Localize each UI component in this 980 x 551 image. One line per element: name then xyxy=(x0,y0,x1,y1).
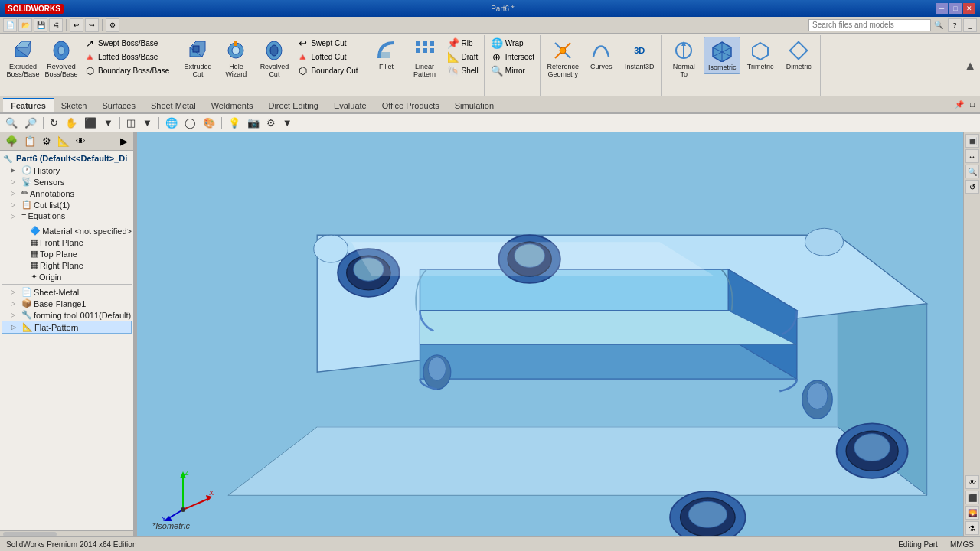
extruded-boss-base-btn[interactable]: ExtrudedBoss/Base xyxy=(5,37,41,80)
right-plane-item[interactable]: ▦ Right Plane xyxy=(2,259,132,271)
minimize-sw-btn[interactable]: _ xyxy=(963,18,977,32)
minimize-btn[interactable]: ─ xyxy=(936,3,948,14)
display-style-btn[interactable]: ⬛ xyxy=(82,116,99,129)
undo-btn[interactable]: ↩ xyxy=(70,18,83,32)
search-input[interactable] xyxy=(808,19,931,31)
swept-boss-base-btn[interactable]: ↗ Swept Boss/Base xyxy=(81,37,172,50)
pan-btn[interactable]: ✋ xyxy=(63,116,80,129)
viewport[interactable]: Z X Y *Isometric xyxy=(137,132,963,536)
sheet-metal-item[interactable]: ▷ 📄 Sheet-Metal xyxy=(2,286,132,298)
extruded-cut-btn[interactable]: ExtrudedCut xyxy=(179,37,216,80)
instant3d-btn[interactable]: 3D Instant3D xyxy=(621,37,658,73)
panel-collapse-btn[interactable]: ▶ xyxy=(118,135,130,148)
section-view-btn[interactable]: ◫ xyxy=(124,116,138,129)
view-settings-gear[interactable]: ⚙ xyxy=(264,116,278,129)
isometric-btn[interactable]: Isometric xyxy=(704,37,740,74)
annotations-item[interactable]: ▷ ✏ Annotations xyxy=(2,187,132,199)
wrap-btn[interactable]: 🌐 Wrap xyxy=(488,37,537,50)
dimetric-btn[interactable]: Dimetric xyxy=(780,37,817,73)
trimetric-btn[interactable]: Trimetric xyxy=(742,37,779,73)
window-controls[interactable]: ─ □ ✕ xyxy=(936,3,975,14)
boundary-boss-base-btn[interactable]: ⬡ Boundary Boss/Base xyxy=(81,64,172,77)
tab-features[interactable]: Features xyxy=(3,98,54,112)
tab-weldments[interactable]: Weldments xyxy=(204,98,261,112)
hole-wizard-btn[interactable]: HoleWizard xyxy=(217,37,254,80)
tab-direct-editing[interactable]: Direct Editing xyxy=(260,98,325,112)
panel-expand-btn[interactable]: □ xyxy=(968,99,977,109)
maximize-btn[interactable]: □ xyxy=(949,3,962,14)
boundary-cut-btn[interactable]: ⬡ Boundary Cut xyxy=(294,64,360,77)
section-dropdown[interactable]: ▼ xyxy=(140,116,155,129)
tab-office-products[interactable]: Office Products xyxy=(374,98,447,112)
help-btn[interactable]: ? xyxy=(948,18,962,32)
search-icon[interactable]: 🔍 xyxy=(934,21,943,29)
filter-btn[interactable]: ⚗ xyxy=(965,521,979,535)
tab-sketch[interactable]: Sketch xyxy=(54,98,95,112)
scene-bg-btn[interactable]: 🌄 xyxy=(965,506,979,520)
mirror-btn[interactable]: 🔍 Mirror xyxy=(488,64,537,77)
tab-sheet-metal[interactable]: Sheet Metal xyxy=(143,98,204,112)
intersect-btn[interactable]: ⊕ Intersect xyxy=(488,51,537,64)
swept-cut-btn[interactable]: ↩ Swept Cut xyxy=(294,37,360,50)
zoom-fit-btn[interactable]: 🔍 xyxy=(3,116,20,129)
tab-evaluate[interactable]: Evaluate xyxy=(326,98,374,112)
lofted-boss-base-btn[interactable]: 🔺 Lofted Boss/Base xyxy=(81,51,172,64)
open-btn[interactable]: 📂 xyxy=(18,18,32,32)
new-file-btn[interactable]: 📄 xyxy=(3,18,17,32)
display-style-dropdown[interactable]: ▼ xyxy=(101,116,116,129)
realview-btn[interactable]: ◯ xyxy=(182,116,198,129)
zoom-area-btn[interactable]: 🔎 xyxy=(22,116,39,129)
sensors-item[interactable]: ▷ 📡 Sensors xyxy=(2,176,132,187)
cut-list-item[interactable]: ▷ 📋 Cut list(1) xyxy=(2,199,132,210)
linear-pattern-btn[interactable]: LinearPattern xyxy=(407,37,443,80)
top-plane-item[interactable]: ▦ Top Plane xyxy=(2,248,132,259)
dim-xpert-tab[interactable]: 📐 xyxy=(55,135,72,148)
quick-view-btn[interactable]: 👁 xyxy=(965,475,979,489)
ambient-occlusion-btn[interactable]: 🎨 xyxy=(201,116,217,129)
rotate-right-btn[interactable]: ↺ xyxy=(965,180,979,194)
equations-item[interactable]: ▷ = Equations xyxy=(2,210,132,221)
lofted-cut-btn[interactable]: 🔺 Lofted Cut xyxy=(294,51,360,64)
tab-simulation[interactable]: Simulation xyxy=(447,98,501,112)
base-flange-item[interactable]: ▷ 📦 Base-Flange1 xyxy=(2,298,132,309)
ribbon-collapse-btn[interactable]: ▲ xyxy=(963,58,977,74)
feature-manager-tab[interactable]: 🌳 xyxy=(3,135,20,148)
reference-geometry-btn[interactable]: ReferenceGeometry xyxy=(544,37,581,80)
revolved-boss-base-btn[interactable]: RevolvedBoss/Base xyxy=(43,37,80,80)
front-plane-item[interactable]: ▦ Front Plane xyxy=(2,236,132,248)
part-root[interactable]: 🔧 Part6 (Default<<Default>_Di xyxy=(2,152,132,165)
property-manager-tab[interactable]: 📋 xyxy=(21,135,38,148)
display-manager-tab[interactable]: 👁 xyxy=(74,135,88,148)
forming-tool-item[interactable]: ▷ 🔧 forming tool 0011(Default) xyxy=(2,309,132,321)
shadows-btn[interactable]: 💡 xyxy=(226,116,243,129)
rib-btn[interactable]: 📌 Rib xyxy=(445,37,481,50)
save-btn[interactable]: 💾 xyxy=(34,18,47,32)
history-item[interactable]: ▶ 🕐 History xyxy=(2,165,132,176)
shell-btn[interactable]: 🐚 Shell xyxy=(445,64,481,77)
view-settings-btn[interactable]: 🌐 xyxy=(163,116,180,129)
tab-surfaces[interactable]: Surfaces xyxy=(95,98,143,112)
redo-btn[interactable]: ↪ xyxy=(85,18,99,32)
normal-to-btn[interactable]: NormalTo xyxy=(665,37,702,80)
revolved-cut-btn[interactable]: RevolvedCut xyxy=(256,37,292,80)
print-btn[interactable]: 🖨 xyxy=(49,18,63,32)
panel-pin-btn[interactable]: 📌 xyxy=(952,99,966,109)
rotate-view-btn[interactable]: ↻ xyxy=(47,116,60,129)
config-manager-tab[interactable]: ⚙ xyxy=(40,135,54,148)
panel-scrollbar[interactable] xyxy=(0,530,133,536)
display-right-btn[interactable]: ⬛ xyxy=(965,491,979,504)
curves-btn[interactable]: Curves xyxy=(583,37,619,73)
scroll-thumb[interactable] xyxy=(3,532,57,536)
flat-pattern-item[interactable]: ▷ 📐 Flat-Pattern xyxy=(2,321,132,334)
draft-btn[interactable]: 📐 Draft xyxy=(445,51,481,64)
origin-item[interactable]: ✦ Origin xyxy=(2,271,132,282)
material-item[interactable]: 🔷 Material <not specified> xyxy=(2,225,132,236)
view-cube-btn[interactable]: 🔳 xyxy=(965,134,979,148)
options-btn[interactable]: ⚙ xyxy=(106,18,119,32)
view-more-btn[interactable]: ▼ xyxy=(280,116,295,129)
camera-btn[interactable]: 📷 xyxy=(245,116,262,129)
close-btn[interactable]: ✕ xyxy=(963,3,975,14)
pan-right-btn[interactable]: ↔ xyxy=(965,149,979,163)
zoom-right-btn[interactable]: 🔍 xyxy=(965,165,979,178)
fillet-btn[interactable]: Fillet xyxy=(368,37,405,73)
